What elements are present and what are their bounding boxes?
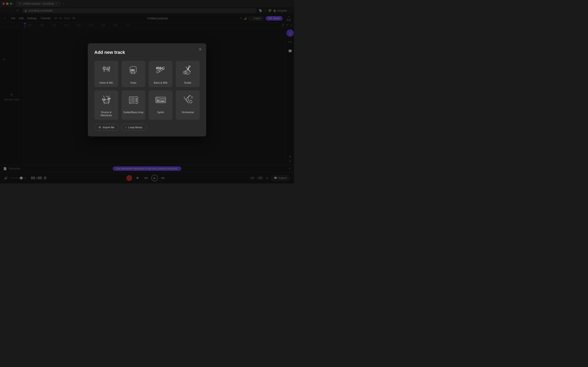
track-option-guitar[interactable]: Guitar	[176, 61, 200, 87]
svg-line-40	[104, 103, 104, 104]
svg-rect-70	[157, 101, 158, 101]
svg-rect-11	[132, 69, 133, 71]
svg-line-61	[163, 99, 163, 99]
orchestral-icon-area	[176, 90, 200, 109]
track-option-voice-mic[interactable]: Voice & Mic	[94, 61, 118, 87]
svg-point-46	[131, 99, 134, 101]
svg-line-54	[130, 103, 130, 104]
svg-rect-44	[129, 97, 138, 103]
add-track-modal: ✕ Add new track	[88, 43, 206, 136]
svg-line-53	[136, 101, 136, 101]
guitar-label: Guitar	[182, 79, 193, 87]
orchestral-label: Orchestral	[180, 109, 196, 117]
bass808-icon-area: 808	[149, 61, 173, 79]
svg-point-62	[164, 98, 165, 99]
svg-point-18	[163, 68, 164, 69]
svg-rect-56	[156, 97, 165, 103]
modal-title: Add new track	[94, 50, 200, 55]
svg-line-41	[108, 103, 109, 104]
svg-line-51	[136, 100, 137, 100]
svg-point-23	[187, 71, 188, 73]
guitar-icon-area	[176, 61, 200, 79]
track-option-guitar-bass-amp[interactable]: Guitar/Bass Amp	[121, 90, 145, 120]
voice-mic-icon-area	[94, 61, 118, 79]
import-icon: ⊕	[99, 125, 101, 129]
svg-line-55	[137, 103, 137, 104]
svg-line-13	[131, 72, 132, 74]
bass808-label: Bass & 808	[152, 79, 169, 87]
svg-point-0	[103, 67, 105, 70]
svg-rect-73	[162, 101, 163, 101]
svg-line-14	[134, 72, 135, 74]
track-option-drums[interactable]: Drums & Machines	[94, 90, 118, 120]
import-file-label: Import file	[103, 126, 114, 129]
track-option-keys[interactable]: Keys	[121, 61, 145, 87]
svg-line-76	[184, 98, 188, 103]
svg-rect-71	[158, 101, 159, 101]
svg-line-20	[164, 67, 164, 68]
track-option-bass808[interactable]: 808 Bass & 808	[149, 61, 173, 87]
modal-footer: ⊕ Import file ♪ Loop library	[94, 124, 200, 131]
amp-icon-area	[121, 90, 145, 109]
svg-rect-4	[107, 67, 107, 69]
drums-label: Drums & Machines	[94, 109, 118, 120]
track-options-grid: Voice & Mic	[94, 61, 200, 120]
svg-line-43	[108, 96, 109, 98]
keys-icon-area	[121, 61, 145, 79]
modal-close-button[interactable]: ✕	[197, 47, 203, 52]
loop-library-icon: ♪	[125, 125, 127, 129]
amp-label: Guitar/Bass Amp	[122, 109, 145, 117]
svg-line-19	[162, 67, 164, 67]
svg-rect-72	[161, 101, 162, 101]
svg-rect-12	[134, 69, 134, 71]
keys-label: Keys	[129, 79, 138, 87]
synth-label: Synth	[156, 109, 165, 117]
import-file-button[interactable]: ⊕ Import file	[94, 124, 119, 131]
loop-library-button[interactable]: ♪ Loop library	[121, 124, 147, 131]
svg-rect-74	[163, 101, 164, 101]
svg-line-29	[186, 67, 190, 72]
loop-library-label: Loop library	[129, 126, 142, 129]
synth-icon-area	[149, 90, 173, 109]
track-option-synth[interactable]: Synth	[149, 90, 173, 120]
svg-line-42	[103, 96, 104, 98]
svg-rect-1	[104, 67, 104, 70]
voice-mic-label: Voice & Mic	[98, 79, 115, 87]
svg-rect-10	[131, 69, 131, 71]
svg-point-47	[132, 99, 133, 100]
drums-icon-area	[94, 90, 118, 109]
svg-line-21	[164, 67, 164, 70]
svg-line-75	[187, 96, 190, 98]
track-option-orchestral[interactable]: Orchestral	[176, 90, 200, 120]
